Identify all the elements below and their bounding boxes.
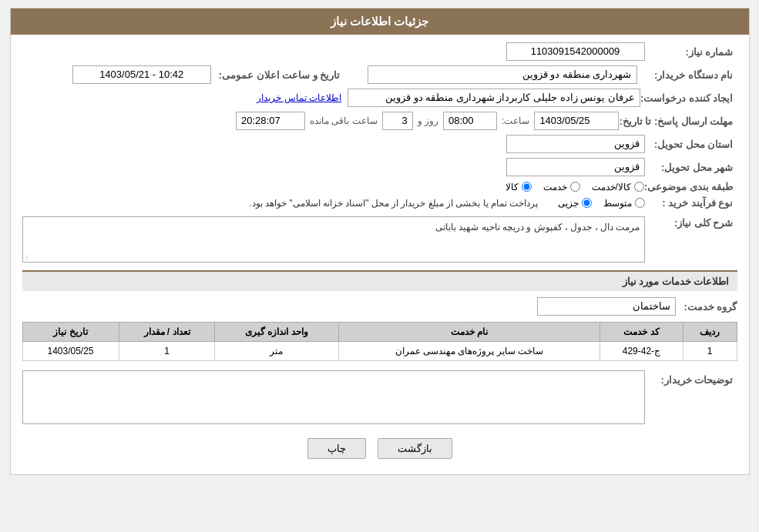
category-label: طبقه بندی موضوعی: [644,181,737,192]
main-content: شماره نیاز: 1103091542000009 نام دستگاه … [11,35,749,474]
province-row: استان محل تحویل: قزوین [22,135,737,153]
description-text: مرمت دال ، جدول ، کفپوش و دریچه ناحیه شه… [435,222,640,233]
buyer-notes-row: توضیحات خریدار: [22,370,737,427]
category-row: طبقه بندی موضوعی: کالا/خدمت خدمت کالا [22,181,737,192]
page-container: جزئیات اطلاعات نیاز شماره نیاز: 11030915… [10,8,750,475]
creator-label: ایجاد کننده درخواست: [640,92,737,104]
deadline-time: 08:00 [443,112,497,130]
col-header-date: تاریخ نیاز [22,323,119,342]
deadline-time-label: ساعت: [502,115,529,126]
city-row: شهر محل تحویل: قزوین [22,158,737,176]
category-radio-group: کالا/خدمت خدمت کالا [505,182,644,192]
col-header-row-num: ردیف [683,323,737,342]
city-label: شهر محل تحویل: [645,162,737,173]
services-table: ردیف کد خدمت نام خدمت واحد اندازه گیری ت… [22,322,737,361]
creator-link[interactable]: اطلاعات تماس خریدار [257,92,341,103]
col-header-service-code: کد خدمت [600,323,683,342]
table-row: 1 ج-42-429 ساخت سایر پروژه‌های مهندسی عم… [22,342,737,361]
need-number-label: شماره نیاز: [645,46,737,58]
buyer-notes-label: توضیحات خریدار: [645,370,737,386]
description-label: شرح کلی نیاز: [645,213,737,229]
process-label: نوع فرآیند خرید : [645,197,737,209]
need-number-value: 1103091542000009 [506,42,645,61]
announce-datetime-value: 1403/05/21 - 10:42 [72,65,211,84]
buyer-org-announce-row: نام دستگاه خریدار: شهرداری منطقه دو قزوی… [22,65,737,84]
category-kala-khedmat-option: کالا/خدمت [592,182,644,192]
process-jozee-label: جزیی [558,198,579,209]
process-mottaset-radio[interactable] [635,198,645,208]
description-box: مرمت دال ، جدول ، کفپوش و دریچه ناحیه شه… [22,216,645,263]
back-button[interactable]: بازگشت [378,438,452,459]
process-mottaset-option: متوسط [603,198,645,209]
print-button[interactable]: چاپ [307,438,366,459]
services-section-header: اطلاعات خدمات مورد نیاز [22,270,737,291]
need-number-row: شماره نیاز: 1103091542000009 [22,42,737,61]
category-kala-radio[interactable] [522,182,532,192]
col-header-service-name: نام خدمت [338,323,600,342]
announce-datetime-label: تاریخ و ساعت اعلان عمومی: [219,69,344,81]
category-kala-option: کالا [505,182,532,192]
cell-qty: 1 [119,342,215,361]
remaining-time: 20:28:07 [236,112,305,130]
page-title: جزئیات اطلاعات نیاز [331,15,428,28]
province-label: استان محل تحویل: [645,139,737,150]
category-khedmat-label: خدمت [543,182,567,192]
col-header-qty: تعداد / مقدار [119,323,215,342]
service-group-label: گروه خدمت: [676,301,737,313]
category-kala-khedmat-radio[interactable] [634,182,644,192]
cell-row-num: 1 [683,342,737,361]
deadline-date: 1403/05/25 [534,112,619,130]
process-mottaset-label: متوسط [603,198,632,209]
deadline-label: مهلت ارسال پاسخ: تا تاریخ: [619,115,737,127]
cell-date: 1403/05/25 [22,342,119,361]
services-section-label: اطلاعات خدمات مورد نیاز [623,276,730,287]
cell-service-name: ساخت سایر پروژه‌های مهندسی عمران [338,342,600,361]
category-khedmat-radio[interactable] [570,182,580,192]
buttons-row: بازگشت چاپ [22,438,737,459]
cell-service-code: ج-42-429 [600,342,683,361]
category-kala-label: کالا [505,182,519,192]
process-description: پرداخت تمام یا بخشی از مبلغ خریدار از مح… [249,198,538,209]
buyer-notes-container [22,370,645,427]
category-kala-khedmat-label: کالا/خدمت [592,182,631,192]
buyer-org-label: نام دستگاه خریدار: [645,69,737,81]
cell-unit: متر [215,342,338,361]
creator-row: ایجاد کننده درخواست: عرفان یونس زاده جلی… [22,89,737,107]
deadline-row: مهلت ارسال پاسخ: تا تاریخ: 1403/05/25 سا… [22,112,737,130]
category-khedmat-option: خدمت [543,182,580,192]
service-group-value: ساختمان [537,297,676,316]
deadline-datetime: 1403/05/25 ساعت: 08:00 روز و 3 ساعت باقی… [236,112,619,130]
process-jozee-radio[interactable] [582,198,592,208]
resize-handle: ↙ [25,252,31,260]
service-group-row: گروه خدمت: ساختمان [22,297,737,316]
city-value: قزوین [506,158,645,176]
deadline-days-label: روز و [418,115,438,126]
table-header-row: ردیف کد خدمت نام خدمت واحد اندازه گیری ت… [22,323,737,342]
page-header: جزئیات اطلاعات نیاز [11,8,749,35]
province-value: قزوین [506,135,645,153]
process-row: نوع فرآیند خرید : متوسط جزیی پرداخت تمام… [22,197,737,209]
description-row: شرح کلی نیاز: مرمت دال ، جدول ، کفپوش و … [22,213,737,263]
process-jozee-option: جزیی [558,198,592,209]
deadline-days: 3 [382,112,413,130]
creator-name: عرفان یونس زاده جلیلی کاربرداز شهرداری م… [348,89,640,107]
description-container: مرمت دال ، جدول ، کفپوش و دریچه ناحیه شه… [22,213,645,263]
remaining-label: ساعت باقی مانده [310,115,378,126]
buyer-notes-textarea[interactable] [22,370,645,424]
buyer-org-value: شهرداری منطقه دو قزوین [368,65,637,84]
col-header-unit: واحد اندازه گیری [215,323,338,342]
process-options: متوسط جزیی پرداخت تمام یا بخشی از مبلغ خ… [249,198,644,209]
